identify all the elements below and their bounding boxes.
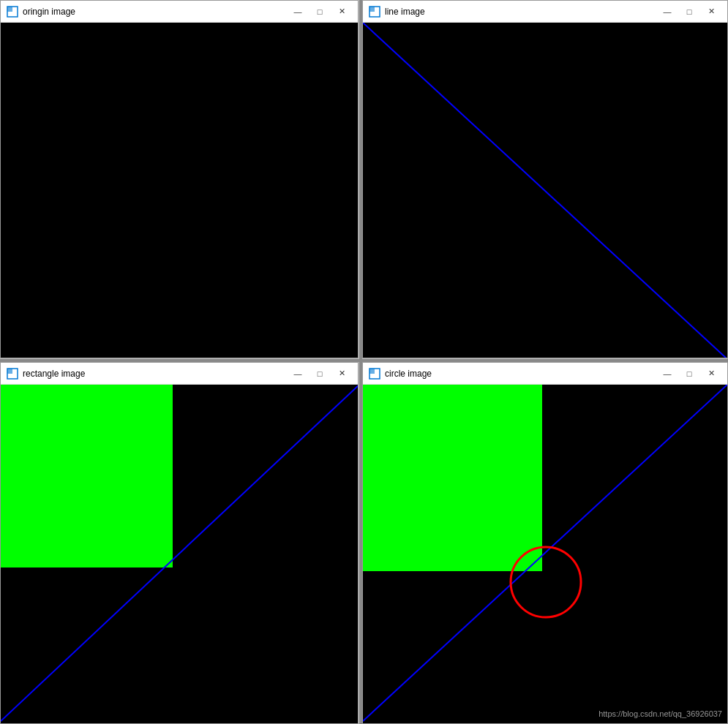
line-canvas: [363, 23, 727, 358]
origin-canvas: [1, 23, 358, 358]
circle-maximize-btn[interactable]: □: [679, 366, 699, 382]
rectangle-window-icon: [7, 368, 18, 380]
line-drawing: [363, 23, 727, 358]
horizontal-divider: [0, 359, 728, 362]
svg-rect-7: [1, 385, 173, 567]
rectangle-window-controls: — □ ✕: [288, 366, 352, 382]
svg-rect-10: [369, 369, 375, 374]
rectangle-drawing: [1, 385, 358, 723]
line-window-icon: [369, 6, 380, 18]
origin-minimize-btn[interactable]: —: [288, 4, 308, 20]
circle-window-title: circle image: [385, 369, 657, 379]
rectangle-titlebar: rectangle image — □ ✕: [1, 363, 358, 385]
line-maximize-btn[interactable]: □: [679, 4, 699, 20]
origin-window-icon: [7, 6, 18, 18]
origin-window-title: oringin image: [23, 7, 288, 17]
circle-image-window: circle image — □ ✕: [362, 362, 728, 724]
rectangle-canvas: [1, 385, 358, 723]
circle-window-icon: [369, 368, 380, 380]
line-titlebar: line image — □ ✕: [363, 1, 727, 23]
origin-close-btn[interactable]: ✕: [331, 4, 352, 20]
origin-image-window: oringin image — □ ✕: [0, 0, 359, 358]
rectangle-maximize-btn[interactable]: □: [309, 366, 330, 382]
origin-titlebar: oringin image — □ ✕: [1, 1, 358, 23]
svg-rect-1: [7, 7, 12, 12]
rectangle-close-btn[interactable]: ✕: [331, 366, 352, 382]
circle-minimize-btn[interactable]: —: [657, 366, 678, 382]
svg-point-13: [511, 547, 581, 617]
line-window-controls: — □ ✕: [657, 4, 721, 20]
circle-close-btn[interactable]: ✕: [701, 366, 721, 382]
origin-window-controls: — □ ✕: [288, 4, 352, 20]
circle-window-controls: — □ ✕: [657, 366, 721, 382]
svg-rect-3: [369, 7, 375, 12]
rectangle-window-title: rectangle image: [23, 369, 288, 379]
line-close-btn[interactable]: ✕: [701, 4, 721, 20]
circle-titlebar: circle image — □ ✕: [363, 363, 727, 385]
rectangle-minimize-btn[interactable]: —: [288, 366, 308, 382]
vertical-divider: [359, 0, 362, 724]
circle-canvas: [363, 385, 727, 723]
origin-maximize-btn[interactable]: □: [309, 4, 330, 20]
line-minimize-btn[interactable]: —: [657, 4, 678, 20]
line-window-title: line image: [385, 7, 657, 17]
svg-rect-11: [363, 385, 542, 571]
svg-rect-6: [7, 369, 12, 374]
svg-line-4: [363, 23, 727, 358]
line-image-window: line image — □ ✕: [362, 0, 728, 358]
circle-drawing: [363, 385, 727, 723]
rectangle-image-window: rectangle image — □ ✕: [0, 362, 359, 724]
